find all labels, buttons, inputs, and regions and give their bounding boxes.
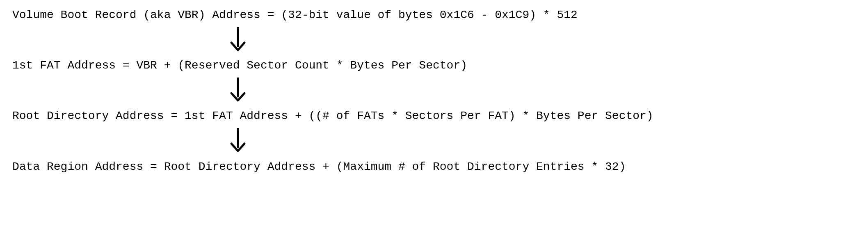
down-arrow-icon bbox=[229, 128, 247, 157]
vbr-formula: Volume Boot Record (aka VBR) Address = (… bbox=[12, 8, 856, 22]
root-formula: Root Directory Address = 1st FAT Address… bbox=[12, 109, 856, 123]
down-arrow-icon bbox=[229, 78, 247, 106]
arrow-container-3 bbox=[12, 128, 464, 157]
fat-formula: 1st FAT Address = VBR + (Reserved Sector… bbox=[12, 59, 856, 73]
data-region-formula: Data Region Address = Root Directory Add… bbox=[12, 160, 856, 174]
down-arrow-icon bbox=[229, 27, 247, 56]
arrow-container-1 bbox=[12, 27, 464, 56]
arrow-container-2 bbox=[12, 78, 464, 106]
